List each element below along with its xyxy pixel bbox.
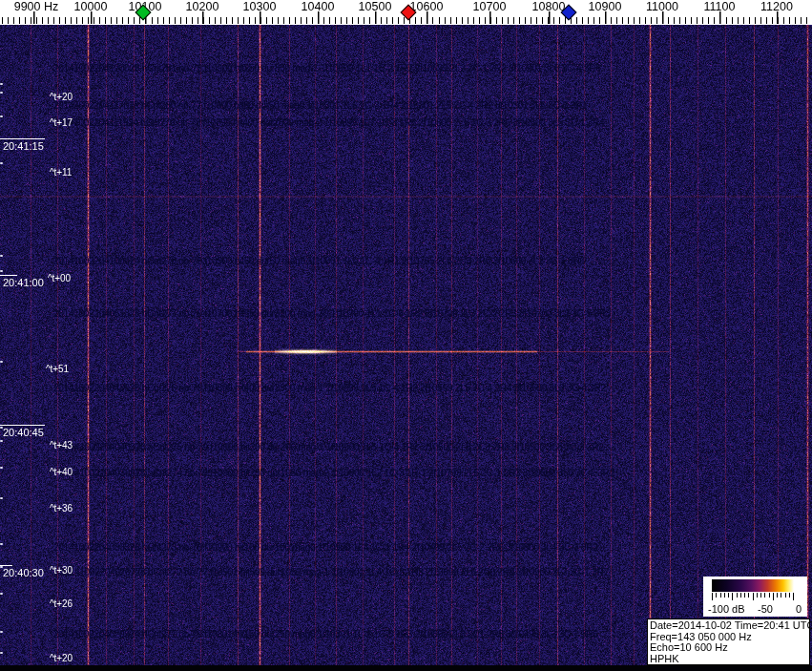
spectrogram-app: { "ruler": { "labels": [ {"text":"9900 H…: [0, 0, 812, 671]
db-scale-ticks: [712, 593, 794, 601]
frequency-label: 9900 Hz: [14, 0, 59, 13]
frequency-label: 11100: [704, 0, 736, 13]
info-echo: Echo=10 600 Hz: [650, 642, 809, 654]
frequency-label: 10200: [186, 0, 219, 13]
frequency-label: 10000: [74, 0, 108, 13]
frequency-label: 11000: [646, 0, 678, 13]
spectrogram-canvas: [0, 25, 812, 671]
frequency-label: 10400: [302, 0, 335, 13]
db-label-max: 0: [796, 603, 802, 615]
info-box: Date=2014-10-02 Time=20:41 UTC Freq=143 …: [647, 619, 810, 665]
db-label-min: -100 dB: [708, 603, 745, 615]
frequency-ruler: 9900 Hz100001010010200103001040010500106…: [0, 0, 812, 25]
info-station: HPHK: [650, 654, 809, 665]
db-gradient-bar: [712, 579, 794, 592]
db-color-scale: -100 dB -50 0: [703, 577, 807, 617]
frequency-label: 10900: [589, 0, 622, 13]
info-date-time: Date=2014-10-02 Time=20:41 UTC: [650, 620, 809, 632]
frequency-label: 11200: [760, 0, 793, 13]
frequency-label: 10500: [359, 0, 392, 13]
frequency-label: 10300: [243, 0, 277, 13]
frequency-label: 10700: [473, 0, 507, 13]
db-label-mid: -50: [758, 603, 773, 615]
